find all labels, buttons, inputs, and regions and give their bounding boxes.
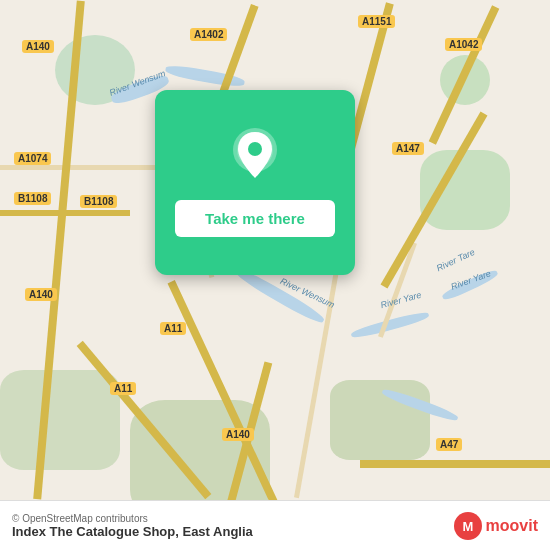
road-label-a140-mid: A140 <box>25 288 57 301</box>
svg-text:M: M <box>462 519 473 534</box>
road-label-a1074: A1074 <box>14 152 51 165</box>
green-area-se <box>330 380 430 460</box>
attribution-text: © OpenStreetMap contributors <box>12 513 253 524</box>
road-label-a11-lower: A11 <box>110 382 136 395</box>
minor-road-2 <box>0 165 180 170</box>
road-label-b1108-left: B1108 <box>14 192 51 205</box>
road-label-a1402: A1402 <box>190 28 227 41</box>
road-label-a140-lower: A140 <box>222 428 254 441</box>
green-area-sw <box>0 370 120 470</box>
road-label-a140-nw: A140 <box>22 40 54 53</box>
road-label-a1042: A1042 <box>445 38 482 51</box>
road-a47 <box>360 460 550 468</box>
moovit-logo: M moovit <box>454 512 538 540</box>
location-name: Index The Catalogue Shop, East Anglia <box>12 524 253 539</box>
location-pin-icon <box>231 128 279 188</box>
road-label-a11-mid: A11 <box>160 322 186 335</box>
road-label-a147: A147 <box>392 142 424 155</box>
road-b1108 <box>0 210 130 216</box>
moovit-logo-icon: M <box>454 512 482 540</box>
take-me-there-button[interactable]: Take me there <box>175 200 335 237</box>
bottom-left: © OpenStreetMap contributors Index The C… <box>12 513 253 539</box>
svg-point-2 <box>248 142 262 156</box>
road-label-a1151-top: A1151 <box>358 15 395 28</box>
map-container: A140 A1402 A1151 A1042 A1074 B1108 B1108… <box>0 0 550 500</box>
moovit-text: moovit <box>486 517 538 535</box>
green-area-e <box>420 150 510 230</box>
road-label-a47: A47 <box>436 438 462 451</box>
road-label-b1108-right: B1108 <box>80 195 117 208</box>
bottom-bar: © OpenStreetMap contributors Index The C… <box>0 500 550 550</box>
popup-card: Take me there <box>155 90 355 275</box>
